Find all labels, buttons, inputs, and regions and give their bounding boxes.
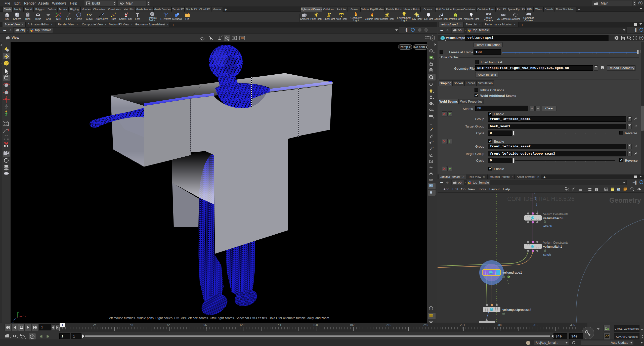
svg-text:attach: attach [543, 224, 552, 228]
svg-text:?: ? [640, 36, 642, 39]
svg-text:vellumattach3: vellumattach3 [543, 216, 563, 220]
svg-text:vellumstitch1: vellumstitch1 [543, 245, 562, 248]
svg-text:vellumpostprocess4: vellumpostprocess4 [502, 308, 531, 312]
svg-text:y: y [18, 311, 19, 313]
svg-text:?: ? [432, 36, 433, 40]
svg-text:x: x [25, 315, 26, 317]
svg-text:vellumdrape1: vellumdrape1 [502, 271, 522, 274]
svg-text:stitch: stitch [543, 253, 551, 256]
svg-text:12: 12 [431, 147, 434, 149]
svg-text:Vellum Constraints: Vellum Constraints [543, 241, 568, 244]
svg-text:i: i [431, 307, 431, 310]
svg-text:CONFIDENTIAL H18.5.26: CONFIDENTIAL H18.5.26 [507, 196, 575, 202]
svg-text:abc: abc [429, 179, 433, 181]
svg-text:Vellum Constraints: Vellum Constraints [543, 212, 568, 216]
svg-text:Geometry: Geometry [609, 197, 641, 204]
svg-text:12: 12 [431, 141, 434, 143]
